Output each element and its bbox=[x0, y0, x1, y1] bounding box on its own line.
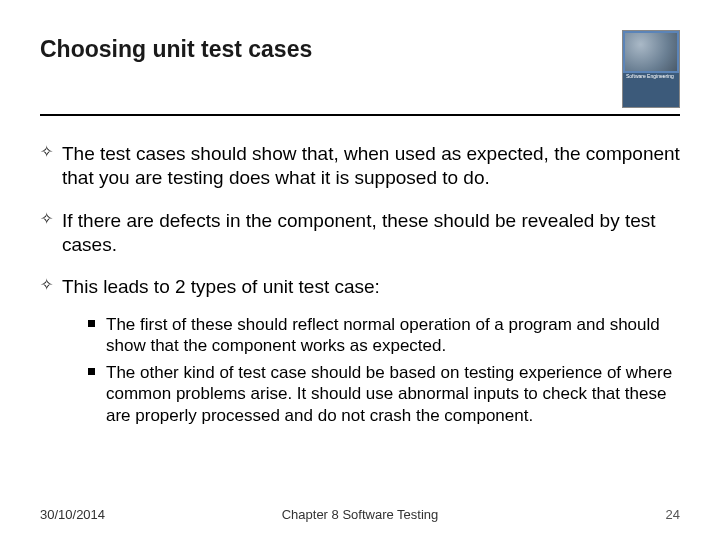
book-cover-label: Software Engineering bbox=[626, 74, 674, 80]
sub-bullet-text: The first of these should reflect normal… bbox=[106, 315, 660, 355]
content-area: The test cases should show that, when us… bbox=[40, 142, 680, 426]
sub-bullet-text: The other kind of test case should be ba… bbox=[106, 363, 672, 425]
bullet-list: The test cases should show that, when us… bbox=[40, 142, 680, 426]
bullet-item: If there are defects in the component, t… bbox=[40, 209, 680, 258]
footer-chapter: Chapter 8 Software Testing bbox=[40, 507, 680, 522]
divider bbox=[40, 114, 680, 116]
book-cover-icon: Software Engineering bbox=[622, 30, 680, 108]
bullet-text: The test cases should show that, when us… bbox=[62, 143, 680, 188]
slide-title: Choosing unit test cases bbox=[40, 30, 312, 63]
bullet-text: If there are defects in the component, t… bbox=[62, 210, 656, 255]
bullet-item: This leads to 2 types of unit test case:… bbox=[40, 275, 680, 426]
sub-bullet-list: The first of these should reflect normal… bbox=[88, 314, 680, 426]
footer: 30/10/2014 Chapter 8 Software Testing 24 bbox=[40, 507, 680, 522]
sub-bullet-item: The other kind of test case should be ba… bbox=[88, 362, 680, 426]
sub-bullet-item: The first of these should reflect normal… bbox=[88, 314, 680, 357]
header-row: Choosing unit test cases Software Engine… bbox=[40, 30, 680, 108]
bullet-text: This leads to 2 types of unit test case: bbox=[62, 276, 380, 297]
bullet-item: The test cases should show that, when us… bbox=[40, 142, 680, 191]
slide: Choosing unit test cases Software Engine… bbox=[0, 0, 720, 540]
